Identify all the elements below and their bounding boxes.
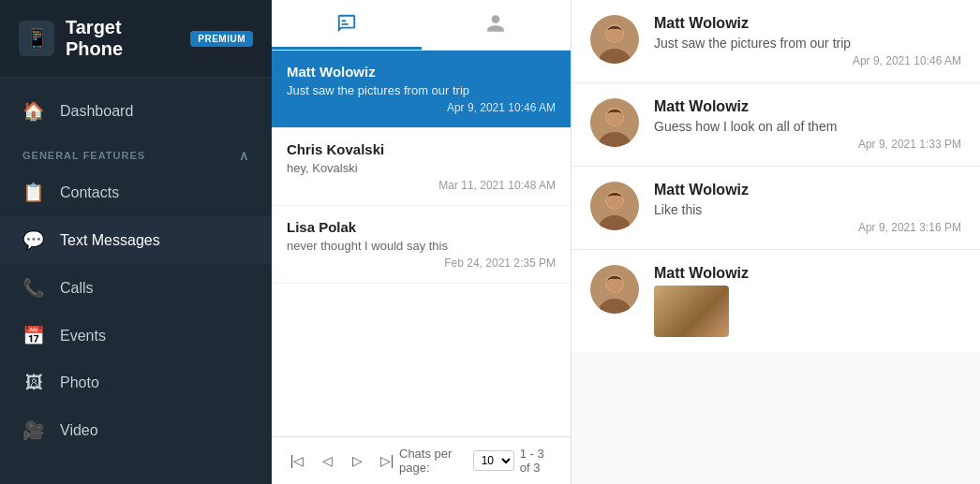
message-row[interactable]: Matt Wolowiz Just saw the pictures from …	[572, 0, 980, 83]
middle-panel: Matt Wolowiz Just saw the pictures from …	[272, 0, 572, 484]
prev-page-button[interactable]: ◁	[315, 448, 339, 473]
chat-item-chris[interactable]: Chris Kovalski hey, Kovalski Mar 11, 202…	[272, 128, 571, 206]
sidebar-item-dashboard[interactable]: 🏠 Dashboard	[0, 87, 272, 135]
photo-label: Photo	[60, 374, 99, 391]
msg-sender: Matt Wolowiz	[654, 182, 961, 198]
sidebar-nav: 🏠 Dashboard GENERAL FEATURES ∧ 📋 Contact…	[0, 78, 272, 463]
svg-rect-1	[341, 23, 348, 25]
message-tab-icon	[336, 13, 357, 34]
per-page-select[interactable]: 10 20 50	[473, 450, 514, 471]
page-controls: |◁ ◁ ▷ ▷|	[285, 448, 399, 473]
photo-icon: 🖼	[22, 373, 45, 393]
last-page-button[interactable]: ▷|	[375, 448, 399, 473]
chat-preview: Just saw the pictures from our trip	[287, 83, 556, 97]
msg-time: Apr 9, 2021 1:33 PM	[654, 138, 961, 151]
chat-list: Matt Wolowiz Just saw the pictures from …	[272, 51, 571, 436]
sidebar-item-video[interactable]: 🎥 Video	[0, 406, 272, 454]
msg-content: Matt Wolowiz Guess how I look on all of …	[654, 98, 961, 151]
dashboard-label: Dashboard	[60, 103, 133, 120]
chevron-up-icon: ∧	[239, 148, 249, 163]
msg-time: Apr 9, 2021 3:16 PM	[654, 221, 961, 234]
home-icon: 🏠	[22, 100, 45, 122]
video-icon: 🎥	[22, 419, 45, 441]
msg-text: Like this	[654, 202, 961, 217]
chat-time: Apr 9, 2021 10:46 AM	[287, 101, 556, 114]
events-icon: 📅	[22, 325, 45, 346]
contact-tab-icon	[485, 13, 506, 34]
chat-item-matt[interactable]: Matt Wolowiz Just saw the pictures from …	[272, 51, 571, 128]
tabs-bar	[272, 0, 571, 51]
msg-sender: Matt Wolowiz	[654, 265, 961, 282]
message-row[interactable]: Matt Wolowiz Like this Apr 9, 2021 3:16 …	[572, 167, 980, 250]
calls-icon: 📞	[22, 277, 45, 299]
photo-thumbnail	[654, 286, 729, 337]
msg-time: Apr 9, 2021 10:46 AM	[654, 54, 961, 67]
avatar	[590, 182, 639, 230]
video-label: Video	[60, 422, 98, 439]
text-messages-label: Text Messages	[60, 232, 160, 249]
message-row[interactable]: Matt Wolowiz	[572, 250, 980, 352]
chat-time: Feb 24, 2021 2:35 PM	[287, 257, 556, 270]
general-features-section: GENERAL FEATURES ∧	[0, 135, 272, 169]
chat-name: Chris Kovalski	[287, 141, 556, 157]
avatar	[590, 15, 639, 64]
sidebar-item-events[interactable]: 📅 Events	[0, 312, 272, 359]
right-panel: Matt Wolowiz Just saw the pictures from …	[572, 0, 980, 484]
premium-badge: PREMIUM	[190, 31, 253, 47]
msg-text: Just saw the pictures from our trip	[654, 36, 961, 51]
tab-contacts[interactable]	[422, 0, 572, 50]
chat-preview: hey, Kovalski	[287, 161, 556, 175]
sidebar-item-text-messages[interactable]: 💬 Text Messages	[0, 216, 272, 264]
phone-icon: 📱	[19, 21, 54, 56]
chat-preview: never thought I would say this	[287, 239, 556, 253]
messages-icon: 💬	[22, 229, 45, 251]
msg-text: Guess how I look on all of them	[654, 119, 961, 134]
svg-rect-0	[341, 20, 346, 22]
message-thread: Matt Wolowiz Just saw the pictures from …	[572, 0, 980, 352]
events-label: Events	[60, 328, 106, 345]
chat-name: Lisa Polak	[287, 219, 556, 235]
msg-content: Matt Wolowiz	[654, 265, 961, 337]
range-label: 1 - 3 of 3	[520, 447, 557, 475]
msg-content: Matt Wolowiz Just saw the pictures from …	[654, 15, 961, 67]
sidebar-header: 📱 Target Phone PREMIUM	[0, 0, 272, 78]
first-page-button[interactable]: |◁	[285, 448, 309, 473]
sidebar-item-contacts[interactable]: 📋 Contacts	[0, 169, 272, 216]
pagination-bar: |◁ ◁ ▷ ▷| Chats per page: 10 20 50 1 - 3…	[272, 436, 571, 484]
chat-time: Mar 11, 2021 10:48 AM	[287, 179, 556, 192]
next-page-button[interactable]: ▷	[345, 448, 369, 473]
avatar	[590, 98, 639, 147]
contacts-icon: 📋	[22, 182, 45, 203]
msg-sender: Matt Wolowiz	[654, 98, 961, 115]
sidebar-title: Target Phone	[66, 17, 179, 60]
chat-name: Matt Wolowiz	[287, 64, 556, 80]
sidebar-item-calls[interactable]: 📞 Calls	[0, 264, 272, 312]
avatar	[590, 265, 639, 314]
chat-item-lisa[interactable]: Lisa Polak never thought I would say thi…	[272, 206, 571, 284]
calls-label: Calls	[60, 280, 94, 297]
message-row[interactable]: Matt Wolowiz Guess how I look on all of …	[572, 83, 980, 167]
sidebar: 📱 Target Phone PREMIUM 🏠 Dashboard GENER…	[0, 0, 272, 484]
sidebar-item-photo[interactable]: 🖼 Photo	[0, 359, 272, 406]
tab-messages[interactable]	[272, 0, 422, 50]
msg-content: Matt Wolowiz Like this Apr 9, 2021 3:16 …	[654, 182, 961, 234]
page-info: Chats per page: 10 20 50 1 - 3 of 3	[399, 447, 557, 475]
contacts-label: Contacts	[60, 184, 119, 201]
msg-sender: Matt Wolowiz	[654, 15, 961, 32]
per-page-label: Chats per page:	[399, 447, 468, 475]
